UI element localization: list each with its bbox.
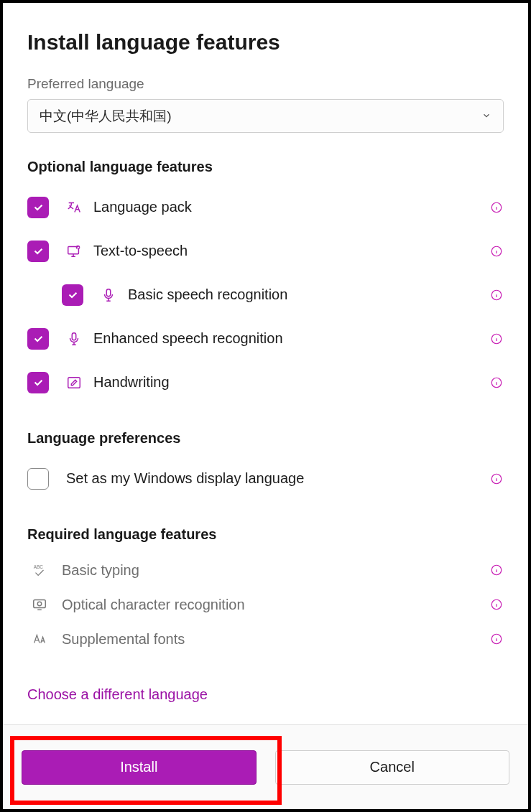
preferred-language-label: Preferred language bbox=[27, 76, 504, 92]
feature-row-language-pack: Language pack bbox=[27, 185, 504, 229]
microphone-icon bbox=[96, 287, 121, 303]
required-features-heading: Required language features bbox=[27, 526, 504, 543]
required-row-supplemental-fonts: Supplemental fonts bbox=[27, 622, 504, 656]
svg-rect-27 bbox=[34, 600, 46, 608]
svg-text:ABC: ABC bbox=[34, 564, 44, 569]
feature-label: Set as my Windows display language bbox=[66, 470, 489, 487]
feature-label: Language pack bbox=[93, 199, 489, 215]
cancel-button[interactable]: Cancel bbox=[275, 750, 510, 785]
checkbox-set-display-language[interactable] bbox=[27, 468, 49, 490]
required-row-basic-typing: ABC Basic typing bbox=[27, 553, 504, 587]
info-icon[interactable] bbox=[489, 244, 504, 258]
dialog-title: Install language features bbox=[27, 30, 504, 55]
preferred-language-value: 中文(中华人民共和国) bbox=[40, 107, 172, 126]
feature-label: Handwriting bbox=[93, 374, 489, 391]
required-label: Supplemental fonts bbox=[62, 631, 489, 648]
checkbox-language-pack[interactable] bbox=[27, 197, 49, 218]
preferred-language-dropdown[interactable]: 中文(中华人民共和国) bbox=[27, 99, 504, 133]
language-preferences-heading: Language preferences bbox=[27, 430, 504, 447]
basic-typing-icon: ABC bbox=[27, 562, 52, 578]
feature-row-handwriting: Handwriting bbox=[27, 360, 504, 404]
info-icon[interactable] bbox=[489, 375, 504, 390]
tts-icon bbox=[62, 243, 86, 259]
fonts-icon bbox=[27, 631, 52, 647]
feature-label: Basic speech recognition bbox=[128, 286, 489, 303]
info-icon[interactable] bbox=[489, 632, 504, 646]
ocr-icon bbox=[27, 597, 52, 612]
install-language-dialog: Install language features Preferred lang… bbox=[3, 3, 528, 724]
required-label: Basic typing bbox=[62, 562, 489, 579]
install-button[interactable]: Install bbox=[22, 750, 257, 785]
checkbox-enhanced-speech[interactable] bbox=[27, 328, 49, 350]
checkbox-tts[interactable] bbox=[27, 241, 49, 262]
required-label: Optical character recognition bbox=[62, 597, 489, 613]
info-icon[interactable] bbox=[489, 563, 504, 577]
checkbox-handwriting[interactable] bbox=[27, 372, 49, 393]
microphone-icon bbox=[62, 331, 86, 347]
feature-row-basic-speech: Basic speech recognition bbox=[27, 273, 504, 317]
checkbox-basic-speech[interactable] bbox=[62, 284, 83, 306]
info-icon[interactable] bbox=[489, 332, 504, 346]
handwriting-icon bbox=[62, 375, 86, 391]
svg-point-4 bbox=[76, 245, 80, 249]
feature-row-tts: Text-to-speech bbox=[27, 229, 504, 273]
info-icon[interactable] bbox=[489, 200, 504, 215]
svg-rect-12 bbox=[72, 332, 76, 340]
info-icon[interactable] bbox=[489, 472, 504, 486]
dialog-footer: Install Cancel bbox=[3, 724, 528, 809]
feature-label: Enhanced speech recognition bbox=[93, 330, 489, 347]
svg-rect-16 bbox=[68, 377, 80, 388]
svg-point-28 bbox=[37, 602, 42, 606]
feature-row-enhanced-speech: Enhanced speech recognition bbox=[27, 317, 504, 360]
feature-label: Text-to-speech bbox=[93, 243, 489, 259]
chevron-down-icon bbox=[481, 108, 491, 124]
choose-different-language-link[interactable]: Choose a different language bbox=[27, 686, 504, 703]
info-icon[interactable] bbox=[489, 597, 504, 612]
optional-features-heading: Optional language features bbox=[27, 159, 504, 175]
svg-rect-8 bbox=[106, 289, 111, 296]
language-pack-icon bbox=[62, 200, 86, 215]
info-icon[interactable] bbox=[489, 288, 504, 302]
required-row-ocr: Optical character recognition bbox=[27, 587, 504, 622]
feature-row-set-display-language: Set as my Windows display language bbox=[27, 457, 504, 500]
